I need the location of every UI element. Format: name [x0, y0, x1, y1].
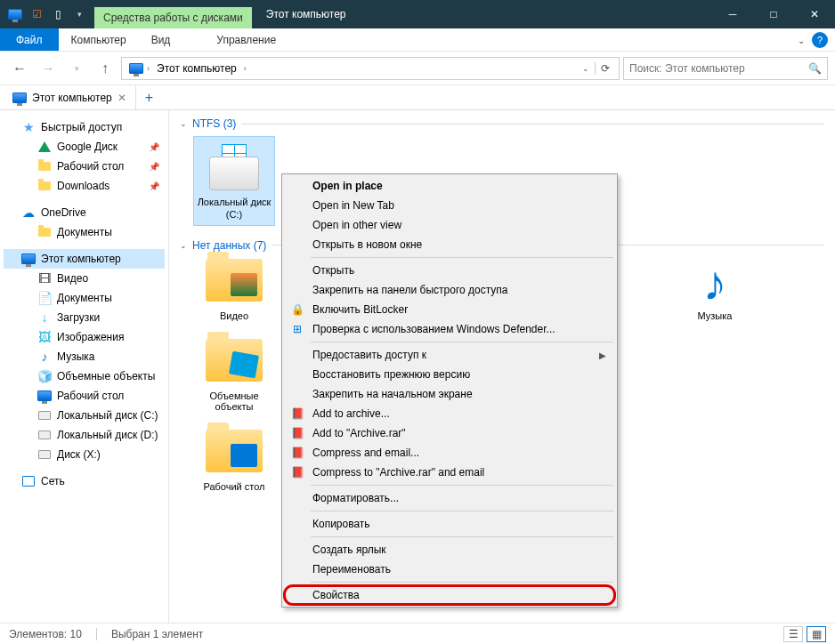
- address-box[interactable]: › Этот компьютер› ⌄ ⟳: [121, 57, 620, 80]
- search-input[interactable]: [629, 62, 808, 75]
- cloud-icon: ☁: [21, 205, 36, 220]
- music-icon: ♪: [37, 350, 52, 364]
- ctx-compress-email[interactable]: 📕Compress and email...: [284, 443, 615, 463]
- sidebar-item-local-c[interactable]: Локальный диск (C:): [4, 406, 165, 425]
- monitor-icon: [21, 252, 36, 266]
- bitlocker-icon: 🔒: [289, 302, 305, 318]
- folder-desktop[interactable]: Рабочий стол: [194, 430, 274, 492]
- folder-3dobjects[interactable]: Объемные объекты: [194, 339, 274, 412]
- group-header-ntfs[interactable]: ⌄ NTFS (3): [180, 117, 824, 130]
- forward-button[interactable]: →: [36, 56, 61, 81]
- manage-tab[interactable]: Управление: [204, 28, 288, 51]
- ctx-separator: [311, 536, 613, 537]
- navigation-sidebar: ★Быстрый доступ Google Диск📌 Рабочий сто…: [0, 110, 169, 623]
- checkbox-icon[interactable]: ☑: [28, 6, 45, 22]
- refresh-button[interactable]: ⟳: [595, 62, 615, 75]
- help-button[interactable]: ?: [812, 32, 828, 48]
- ctx-defender[interactable]: ⊞Проверка с использованием Windows Defen…: [284, 319, 615, 339]
- ctx-add-rar[interactable]: 📕Add to "Archive.rar": [284, 423, 615, 443]
- ctx-restore[interactable]: Восстановить прежнюю версию: [284, 365, 615, 384]
- dropdown-icon[interactable]: ⌄: [577, 64, 595, 73]
- network-icon: [21, 474, 36, 488]
- file-menu[interactable]: Файл: [0, 28, 59, 51]
- ctx-separator: [311, 485, 613, 486]
- ctx-open-new-tab[interactable]: Open in New Tab: [284, 196, 615, 215]
- sidebar-item-desktop2[interactable]: Рабочий стол: [4, 386, 165, 406]
- ctx-open-new-window[interactable]: Открыть в новом окне: [284, 235, 615, 254]
- sidebar-item-documents[interactable]: Документы: [4, 222, 165, 242]
- maximize-button[interactable]: □: [753, 0, 794, 28]
- folder-music[interactable]: ♪ Музыка: [675, 259, 755, 321]
- breadcrumb[interactable]: Этот компьютер›: [153, 62, 250, 75]
- back-button[interactable]: ←: [7, 56, 32, 81]
- folder-videos[interactable]: Видео: [194, 259, 274, 321]
- film-icon: 🎞: [37, 271, 52, 286]
- sidebar-item-pictures[interactable]: 🖼Изображения: [4, 327, 165, 347]
- view-details-button[interactable]: ☰: [783, 626, 803, 642]
- sidebar-item-gdrive[interactable]: Google Диск📌: [4, 137, 165, 157]
- close-button[interactable]: ✕: [794, 0, 835, 28]
- ctx-create-shortcut[interactable]: Создать ярлык: [284, 540, 615, 559]
- chevron-down-icon: ⌄: [180, 119, 187, 128]
- drive-c[interactable]: Локальный диск (C:): [194, 137, 274, 225]
- sidebar-item-local-d[interactable]: Локальный диск (D:): [4, 425, 165, 445]
- sidebar-item-onedrive[interactable]: ☁OneDrive: [4, 203, 165, 222]
- search-box[interactable]: 🔍: [623, 57, 828, 80]
- quick-access-toolbar: ☑ ▯ ▾: [0, 6, 94, 22]
- winrar-icon: 📕: [289, 425, 305, 441]
- ctx-format[interactable]: Форматировать...: [284, 488, 615, 508]
- folder-label: Объемные объекты: [194, 390, 274, 412]
- ctx-separator: [311, 257, 613, 258]
- dropdown-icon[interactable]: ▾: [71, 6, 87, 22]
- sidebar-item-quick-access[interactable]: ★Быстрый доступ: [4, 117, 165, 137]
- shield-icon: ⊞: [289, 321, 305, 337]
- ctx-bitlocker[interactable]: 🔒Включить BitLocker: [284, 300, 615, 319]
- ctx-open[interactable]: Открыть: [284, 261, 615, 280]
- folder-icon: [37, 225, 52, 239]
- ctx-open-other-view[interactable]: Open in other view: [284, 215, 615, 235]
- recent-dropdown[interactable]: ▾: [64, 56, 89, 81]
- sidebar-item-documents2[interactable]: 📄Документы: [4, 288, 165, 308]
- ctx-open-in-place[interactable]: Open in place: [284, 176, 615, 196]
- winrar-icon: 📕: [289, 464, 305, 480]
- folder-icon[interactable]: ▯: [50, 6, 66, 22]
- winrar-icon: 📕: [289, 406, 305, 422]
- ctx-rename[interactable]: Переименовать: [284, 559, 615, 579]
- drive-icon: [209, 157, 259, 190]
- ctx-properties[interactable]: Свойства: [284, 585, 615, 605]
- folder-label: Видео: [194, 310, 274, 321]
- status-bar: Элементов: 10 Выбран 1 элемент ☰ ▦: [0, 623, 835, 644]
- view-menu[interactable]: Вид: [139, 28, 183, 51]
- sidebar-item-this-pc[interactable]: Этот компьютер: [4, 249, 165, 269]
- sidebar-item-downloads[interactable]: Downloads📌: [4, 176, 165, 196]
- desktop-icon: [37, 389, 52, 403]
- ctx-compress-rar-email[interactable]: 📕Compress to "Archive.rar" and email: [284, 463, 615, 482]
- sidebar-item-3dobjects[interactable]: 🧊Объемные объекты: [4, 366, 165, 386]
- ctx-pin-quick[interactable]: Закрепить на панели быстрого доступа: [284, 280, 615, 300]
- sidebar-item-network[interactable]: Сеть: [4, 471, 165, 491]
- search-icon[interactable]: 🔍: [808, 62, 822, 75]
- sidebar-item-disk-x[interactable]: Диск (X:): [4, 445, 165, 464]
- sidebar-item-videos[interactable]: 🎞Видео: [4, 269, 165, 288]
- view-icons-button[interactable]: ▦: [807, 626, 826, 642]
- up-button[interactable]: ↑: [93, 56, 118, 81]
- minimize-button[interactable]: ─: [712, 0, 753, 28]
- close-icon[interactable]: ✕: [118, 92, 126, 104]
- menu-bar: Файл Компьютер Вид Управление ⌄ ?: [0, 28, 835, 52]
- sidebar-item-music[interactable]: ♪Музыка: [4, 347, 165, 366]
- sidebar-item-downloads2[interactable]: ↓Загрузки: [4, 308, 165, 327]
- computer-menu[interactable]: Компьютер: [59, 28, 139, 51]
- add-tab-button[interactable]: +: [136, 90, 162, 106]
- chevron-down-icon[interactable]: ⌄: [798, 36, 805, 45]
- folder-label: Рабочий стол: [194, 481, 274, 492]
- sidebar-item-desktop[interactable]: Рабочий стол📌: [4, 157, 165, 176]
- ctx-copy[interactable]: Копировать: [284, 514, 615, 534]
- chevron-down-icon: ⌄: [180, 241, 187, 250]
- ctx-add-archive[interactable]: 📕Add to archive...: [284, 404, 615, 423]
- ctx-pin-start[interactable]: Закрепить на начальном экране: [284, 384, 615, 404]
- status-items-count: Элементов: 10: [9, 628, 82, 640]
- tools-tab[interactable]: Средства работы с дисками: [94, 7, 252, 28]
- ctx-grant-access[interactable]: Предоставить доступ к▶: [284, 345, 615, 365]
- context-menu: Open in place Open in New Tab Open in ot…: [281, 173, 618, 608]
- tab-this-pc[interactable]: Этот компьютер ✕: [4, 85, 136, 110]
